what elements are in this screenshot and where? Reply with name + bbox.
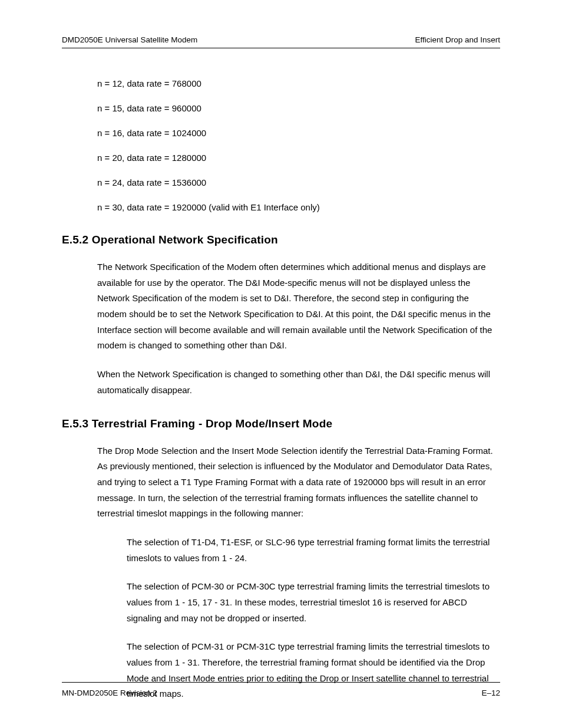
footer-row: MN-DMD2050E Revision 2 E–12 bbox=[62, 689, 500, 697]
section-body-e53: The Drop Mode Selection and the Insert M… bbox=[97, 443, 500, 522]
paragraph: When the Network Specification is change… bbox=[97, 367, 500, 398]
header-rule bbox=[62, 48, 500, 48]
page: DMD2050E Universal Satellite Modem Effic… bbox=[0, 0, 562, 728]
rate-line: n = 15, data rate = 960000 bbox=[97, 101, 500, 116]
sub-paragraph: The selection of T1-D4, T1-ESF, or SLC-9… bbox=[127, 535, 500, 566]
rate-line: n = 20, data rate = 1280000 bbox=[97, 151, 500, 165]
rate-line: n = 16, data rate = 1024000 bbox=[97, 126, 500, 140]
section-sublist-e53: The selection of T1-D4, T1-ESF, or SLC-9… bbox=[127, 535, 500, 702]
rate-line: n = 30, data rate = 1920000 (valid with … bbox=[97, 200, 500, 215]
paragraph: The Drop Mode Selection and the Insert M… bbox=[97, 443, 500, 522]
rate-line: n = 24, data rate = 1536000 bbox=[97, 176, 500, 190]
section-body-e52: The Network Specification of the Modem o… bbox=[97, 259, 500, 398]
section-heading-e52: E.5.2 Operational Network Specification bbox=[62, 233, 500, 246]
paragraph: The Network Specification of the Modem o… bbox=[97, 259, 500, 354]
data-rate-list: n = 12, data rate = 768000 n = 15, data … bbox=[97, 77, 500, 215]
rate-line: n = 12, data rate = 768000 bbox=[97, 77, 500, 91]
footer-right: E–12 bbox=[481, 689, 500, 697]
sub-paragraph: The selection of PCM-30 or PCM-30C type … bbox=[127, 579, 500, 626]
section-heading-e53: E.5.3 Terrestrial Framing - Drop Mode/In… bbox=[62, 417, 500, 430]
header-left: DMD2050E Universal Satellite Modem bbox=[62, 35, 197, 44]
footer-left: MN-DMD2050E Revision 2 bbox=[62, 689, 157, 697]
header-right: Efficient Drop and Insert bbox=[415, 35, 500, 44]
page-header: DMD2050E Universal Satellite Modem Effic… bbox=[62, 35, 500, 44]
footer-rule bbox=[62, 682, 500, 683]
page-footer: MN-DMD2050E Revision 2 E–12 bbox=[62, 682, 500, 697]
